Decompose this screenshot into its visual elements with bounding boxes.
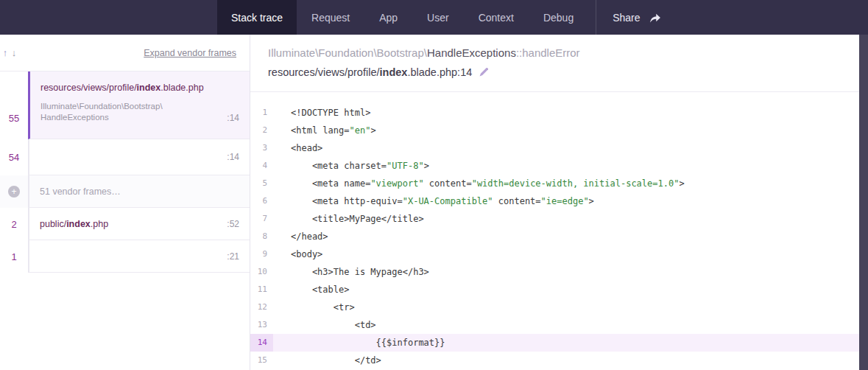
frame-class: HandleExceptions bbox=[427, 46, 516, 59]
frame-namespace: Illuminate\Foundation\Bootstrap\ bbox=[268, 46, 427, 59]
stack-frame-55[interactable]: 55resources/views/profile/index.blade.ph… bbox=[0, 71, 250, 139]
stack-frame-54[interactable]: 54:14 bbox=[0, 139, 250, 175]
path-segment: resources/views/profile/ bbox=[40, 83, 137, 93]
frame-sort-arrows: ↑ ↓ bbox=[0, 47, 18, 58]
path-segment: .blade.php:14 bbox=[407, 66, 472, 78]
code-text: <!DOCTYPE html> bbox=[273, 104, 370, 122]
expand-vendor-frames-link[interactable]: Expand vendor frames bbox=[144, 48, 236, 58]
stack-frames-sidebar: ↑ ↓ Expand vendor frames 55resources/vie… bbox=[0, 35, 250, 370]
code-line: 7 <title>MyPage</title> bbox=[250, 210, 868, 228]
vendor-frames-label: 51 vendor frames… bbox=[40, 186, 121, 197]
path-segment: resources/views/profile/ bbox=[268, 66, 380, 78]
share-label: Share bbox=[613, 12, 640, 24]
line-number: 14 bbox=[250, 334, 273, 352]
line-number: 1 bbox=[250, 104, 273, 122]
code-line: 4 <meta charset="UTF-8"> bbox=[250, 157, 868, 175]
code-text: <h3>The is Mypage</h3> bbox=[273, 263, 429, 281]
share-icon bbox=[649, 12, 661, 24]
frame-class-name: Illuminate\Foundation\Bootstrap\HandleEx… bbox=[40, 101, 163, 123]
frame-qualified-method: Illuminate\Foundation\Bootstrap\HandleEx… bbox=[268, 44, 850, 62]
code-text: </td> bbox=[273, 352, 381, 369]
code-text: <table> bbox=[273, 281, 349, 299]
line-number: 10 bbox=[250, 263, 273, 281]
nav-tab-request[interactable]: Request bbox=[299, 0, 362, 35]
path-segment: index bbox=[380, 66, 408, 78]
content-area: ↑ ↓ Expand vendor frames 55resources/vie… bbox=[0, 35, 868, 370]
line-number: 7 bbox=[250, 210, 273, 228]
code-line: 14 {{$informat}} bbox=[250, 334, 868, 352]
code-text: <meta http-equiv="X-UA-Compatible" conte… bbox=[273, 192, 594, 210]
code-line: 15 </td> bbox=[250, 352, 868, 369]
code-line: 8</head> bbox=[250, 228, 868, 245]
nav-tabs: Stack traceRequestAppUserContextDebug bbox=[217, 0, 588, 35]
line-number: 2 bbox=[250, 122, 273, 139]
code-text: {{$informat}} bbox=[273, 334, 445, 352]
stack-frame-list: 55resources/views/profile/index.blade.ph… bbox=[0, 71, 250, 273]
code-line: 1<!DOCTYPE html> bbox=[250, 104, 868, 122]
code-text: <tr> bbox=[273, 299, 355, 316]
line-number: 13 bbox=[250, 316, 273, 334]
stack-frame-1[interactable]: 1:21 bbox=[0, 240, 250, 273]
code-text: <body> bbox=[273, 245, 322, 263]
edit-file-icon[interactable] bbox=[479, 67, 489, 77]
frame-method: ::handleError bbox=[516, 46, 580, 59]
code-line: 10 <h3>The is Mypage</h3> bbox=[250, 263, 868, 281]
code-text: <meta charset="UTF-8"> bbox=[273, 157, 429, 175]
frame-number: 1 bbox=[11, 251, 16, 262]
line-number: 9 bbox=[250, 245, 273, 263]
nav-tab-context[interactable]: Context bbox=[466, 0, 526, 35]
arrow-up-icon[interactable]: ↑ bbox=[1, 47, 10, 58]
code-line: 5 <meta name="viewport" content="width=d… bbox=[250, 175, 868, 192]
frame-header: Illuminate\Foundation\Bootstrap\HandleEx… bbox=[250, 35, 868, 92]
code-line: 2<html lang="en"> bbox=[250, 122, 868, 139]
line-number: 12 bbox=[250, 299, 273, 316]
code-text: <html lang="en"> bbox=[273, 122, 376, 139]
code-text: </head> bbox=[273, 228, 328, 245]
code-line: 9<body> bbox=[250, 245, 868, 263]
frame-number: 54 bbox=[9, 152, 19, 163]
frame-line-number: :21 bbox=[227, 251, 239, 262]
path-segment: .php bbox=[91, 219, 108, 229]
code-line: 6 <meta http-equiv="X-UA-Compatible" con… bbox=[250, 192, 868, 210]
frame-line-number: :14 bbox=[227, 113, 239, 123]
frame-line-number: :52 bbox=[227, 219, 239, 229]
code-text: <head> bbox=[273, 139, 322, 157]
code-line: 12 <tr> bbox=[250, 299, 868, 316]
expand-plus-icon[interactable]: + bbox=[8, 186, 20, 198]
nav-tab-debug[interactable]: Debug bbox=[531, 0, 586, 35]
nav-tab-app[interactable]: App bbox=[367, 0, 410, 35]
arrow-down-icon[interactable]: ↓ bbox=[10, 47, 18, 58]
line-number: 6 bbox=[250, 192, 273, 210]
line-number: 11 bbox=[250, 281, 273, 299]
frame-file-path: resources/views/profile/index.blade.php:… bbox=[268, 63, 472, 81]
frame-detail-panel: Illuminate\Foundation\Bootstrap\HandleEx… bbox=[250, 35, 868, 370]
frame-number: 2 bbox=[11, 219, 16, 230]
share-button[interactable]: Share bbox=[596, 0, 677, 35]
frame-file: resources/views/profile/index.blade.php bbox=[40, 83, 239, 93]
frame-file: public/index.php bbox=[40, 219, 108, 229]
stack-frame-2[interactable]: 2public/index.php:52 bbox=[0, 208, 250, 240]
line-number: 15 bbox=[250, 352, 273, 369]
frame-number: 55 bbox=[9, 113, 19, 124]
nav-tab-stack-trace[interactable]: Stack trace bbox=[217, 0, 297, 35]
code-viewer: 1<!DOCTYPE html>2<html lang="en">3<head>… bbox=[250, 92, 868, 370]
nav-tab-user[interactable]: User bbox=[414, 0, 462, 35]
path-segment: index bbox=[137, 83, 161, 93]
code-line: 13 <td> bbox=[250, 316, 868, 334]
scrollbar-track[interactable] bbox=[859, 35, 868, 370]
path-segment: public/ bbox=[40, 219, 66, 229]
path-segment: .blade.php bbox=[160, 83, 203, 93]
vendor-frames-toggle[interactable]: +51 vendor frames… bbox=[0, 175, 250, 208]
path-segment: index bbox=[66, 219, 91, 229]
code-text: <title>MyPage</title> bbox=[273, 210, 424, 228]
top-nav: Stack traceRequestAppUserContextDebug Sh… bbox=[0, 0, 868, 35]
line-number: 5 bbox=[250, 175, 273, 192]
code-line: 11 <table> bbox=[250, 281, 868, 299]
code-text: <meta name="viewport" content="width=dev… bbox=[273, 175, 685, 192]
line-number: 3 bbox=[250, 139, 273, 157]
frame-line-number: :14 bbox=[227, 152, 239, 162]
code-text: <td> bbox=[273, 316, 376, 334]
code-line: 3<head> bbox=[250, 139, 868, 157]
line-number: 8 bbox=[250, 228, 273, 245]
line-number: 4 bbox=[250, 157, 273, 175]
